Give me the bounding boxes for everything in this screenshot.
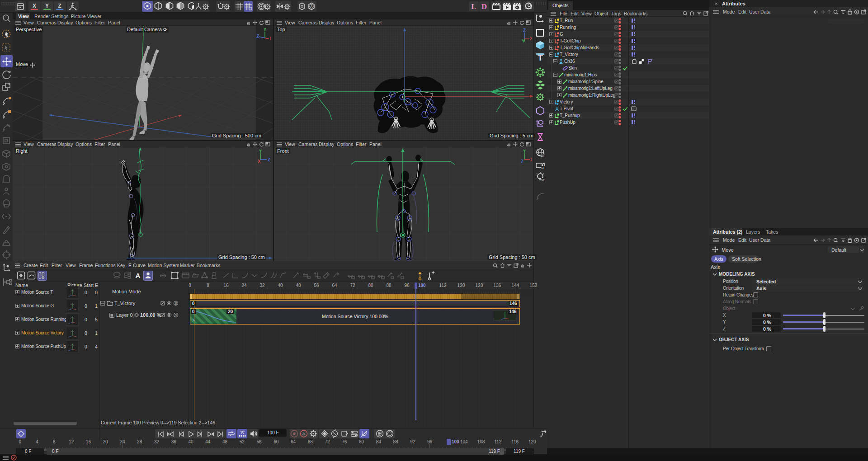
svg-text:X: X [258,159,261,164]
svg-text:A: A [310,5,313,9]
svg-text:X: X [530,157,532,162]
svg-text:Y: Y [523,150,526,154]
svg-text:S: S [175,313,177,317]
svg-text:X: X [269,36,271,41]
svg-text:S: S [175,301,177,306]
svg-text:Z: Z [521,159,524,164]
svg-text:L: L [471,2,476,11]
svg-text:Y: Y [259,150,262,154]
svg-text:ST: ST [541,154,545,157]
svg-text:Y: Y [45,3,49,9]
svg-text:Y: Y [522,39,525,42]
svg-text:D: D [481,2,487,11]
svg-text:ST: ST [541,166,545,169]
svg-text:X: X [530,36,532,41]
svg-text:X: X [33,3,36,9]
svg-text:A: A [302,432,305,436]
svg-text:A: A [136,272,141,279]
svg-text:Z: Z [268,157,270,162]
svg-text:Z: Z [523,28,526,33]
svg-text:Y: Y [264,28,267,32]
svg-text:Z: Z [58,3,61,9]
svg-text:Z: Z [256,34,259,39]
svg-text:ST: ST [541,179,545,182]
